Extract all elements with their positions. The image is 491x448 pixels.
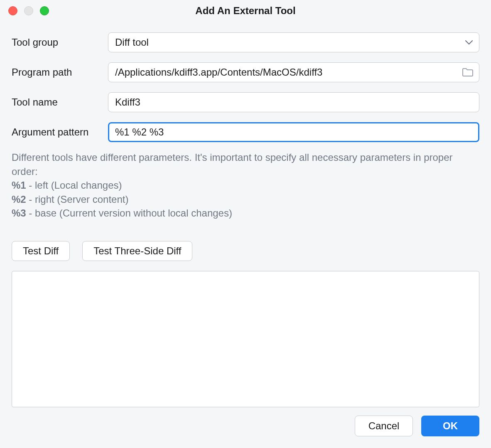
help-p2-bold: %2 <box>12 194 26 205</box>
tool-group-label: Tool group <box>12 37 108 48</box>
test-button-row: Test Diff Test Three-Side Diff <box>12 241 479 261</box>
program-path-wrapper <box>108 62 479 82</box>
minimize-window-button[interactable] <box>24 6 33 15</box>
help-p3-bold: %3 <box>12 207 26 219</box>
argument-pattern-input[interactable] <box>108 122 479 142</box>
dialog-content: Tool group Diff tool Program path Tool n… <box>0 22 491 416</box>
tool-group-select[interactable]: Diff tool <box>108 32 479 52</box>
tool-group-row: Tool group Diff tool <box>12 32 479 52</box>
argument-pattern-row: Argument pattern <box>12 122 479 142</box>
maximize-window-button[interactable] <box>40 6 49 15</box>
test-diff-button[interactable]: Test Diff <box>12 241 70 261</box>
tool-name-label: Tool name <box>12 96 108 108</box>
help-text: Different tools have different parameter… <box>12 150 479 220</box>
output-area[interactable] <box>12 271 479 407</box>
argument-pattern-label: Argument pattern <box>12 126 108 138</box>
help-p2-rest: - right (Server content) <box>26 194 129 205</box>
titlebar: Add An External Tool <box>0 0 491 22</box>
program-path-label: Program path <box>12 66 108 78</box>
window-controls <box>8 6 49 15</box>
dialog-footer: Cancel OK <box>0 416 491 448</box>
cancel-button[interactable]: Cancel <box>355 416 413 436</box>
tool-name-wrapper <box>108 92 479 112</box>
ok-button[interactable]: OK <box>421 416 479 436</box>
browse-folder-icon[interactable] <box>462 67 474 77</box>
tool-name-row: Tool name <box>12 92 479 112</box>
help-intro: Different tools have different parameter… <box>12 152 453 177</box>
program-path-row: Program path <box>12 62 479 82</box>
help-p1-bold: %1 <box>12 180 26 191</box>
tool-name-input[interactable] <box>108 92 479 112</box>
close-window-button[interactable] <box>8 6 17 15</box>
argument-pattern-wrapper <box>108 122 479 142</box>
help-p1-rest: - left (Local changes) <box>26 180 122 191</box>
window-title: Add An External Tool <box>0 5 491 17</box>
tool-group-select-wrapper: Diff tool <box>108 32 479 52</box>
help-p3-rest: - base (Current version without local ch… <box>26 207 232 219</box>
tool-group-value: Diff tool <box>115 37 149 48</box>
test-three-side-diff-button[interactable]: Test Three-Side Diff <box>82 241 192 261</box>
program-path-input[interactable] <box>108 62 479 82</box>
dialog-window: Add An External Tool Tool group Diff too… <box>0 0 491 448</box>
